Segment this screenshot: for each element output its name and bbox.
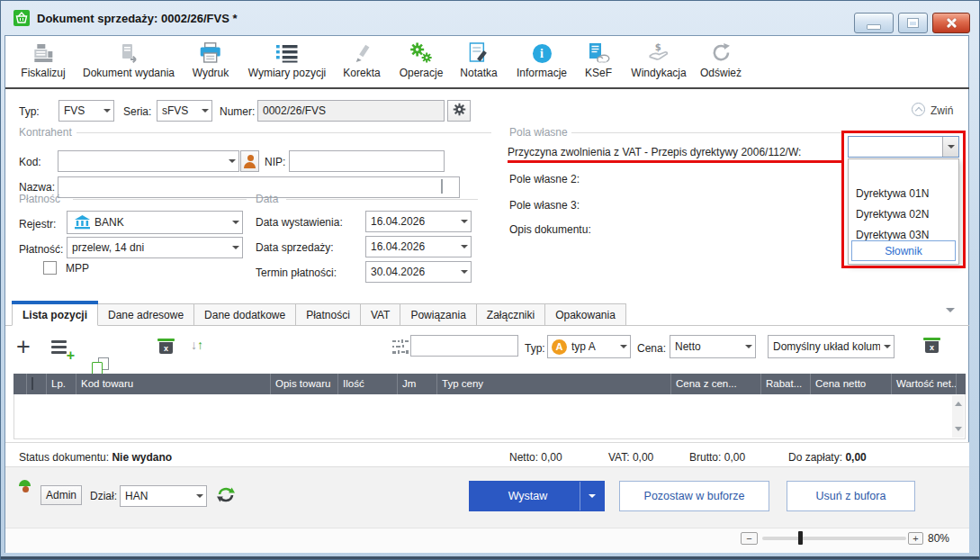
toolbar-wydruk[interactable]: Wydruk [193, 41, 229, 79]
data-wystawienia-select[interactable]: 16.04.2026 [365, 211, 472, 232]
usun-z-bufora-button[interactable]: Usuń z bufora [787, 481, 915, 511]
minimize-button[interactable] [854, 13, 894, 33]
column-cena-netto[interactable]: Cena netto [811, 374, 892, 394]
toolbar-notatka[interactable]: Notatka [460, 41, 497, 79]
scroll-down-icon[interactable] [955, 427, 962, 435]
zoom-slider-handle[interactable] [798, 531, 803, 545]
nip-field[interactable] [289, 150, 445, 172]
chevron-down-icon [229, 212, 242, 233]
add-row-button[interactable]: + [16, 336, 31, 357]
typ-select[interactable]: FVS [58, 100, 114, 122]
tab-platnosci[interactable]: Płatności [296, 303, 361, 326]
termin-platnosci-select[interactable]: 30.04.2026 [365, 261, 472, 283]
user-button[interactable]: Admin [40, 485, 82, 505]
wystaw-button[interactable]: Wystaw [469, 481, 605, 511]
table-scrollbar[interactable] [952, 395, 964, 438]
dzial-label: Dział: [90, 490, 117, 502]
delete-row-button[interactable]: x [159, 338, 173, 354]
column-layout-select[interactable]: Domyślny układ kolumn [768, 335, 895, 358]
numer-settings-button[interactable] [447, 100, 471, 122]
red-underline-annotation [508, 160, 844, 163]
barcode-icon [392, 339, 409, 358]
type-a-badge: A [552, 339, 567, 355]
mpp-checkbox[interactable] [43, 261, 57, 275]
document-cloud-icon [587, 41, 609, 63]
refresh-session-icon[interactable] [216, 485, 236, 507]
toolbar-dokument-wydania[interactable]: Dokument wydania [83, 41, 175, 79]
person-icon [244, 155, 256, 168]
vat-total: VAT: 0,00 [608, 451, 653, 464]
toolbar-informacje[interactable]: i Informacje [517, 41, 567, 79]
kontrahent-lookup-button[interactable] [240, 150, 259, 172]
zoom-out-button[interactable]: − [741, 532, 758, 545]
cash-register-icon [33, 41, 53, 63]
chevron-down-icon[interactable] [942, 137, 958, 157]
table-body[interactable] [13, 394, 966, 439]
delete-layout-button[interactable]: x [925, 337, 939, 353]
toolbar-ksef[interactable]: KSeF [585, 41, 612, 79]
checkbox-icon[interactable] [31, 377, 33, 390]
keyboard-icon[interactable] [441, 180, 443, 193]
chevron-down-icon [225, 151, 238, 171]
numer-field[interactable] [257, 100, 445, 122]
dropdown-option[interactable]: Dyrektywa 01N [849, 184, 958, 204]
bottom-status-bar [5, 528, 969, 553]
slownik-button[interactable]: Słownik [851, 240, 956, 261]
tab-dane-dodatkowe[interactable]: Dane dodatkowe [194, 303, 296, 326]
zoom-in-button[interactable]: + [908, 532, 923, 545]
kod-select[interactable] [58, 150, 239, 172]
pozostaw-w-buforze-button[interactable]: Pozostaw w buforze [619, 481, 769, 511]
column-jm[interactable]: Jm [398, 374, 437, 394]
tab-powiazania[interactable]: Powiązania [400, 303, 476, 326]
pozycja-typ-select[interactable]: A typ A [547, 335, 631, 358]
add-multiple-rows-button[interactable]: + [51, 340, 75, 358]
tab-vat[interactable]: VAT [361, 303, 401, 326]
close-button[interactable] [932, 13, 970, 33]
copy-row-button[interactable] [92, 357, 109, 375]
platnosc-select[interactable]: przelew, 14 dni [67, 237, 243, 258]
przyczyna-zwolnienia-select[interactable] [848, 136, 959, 158]
data-sprzedazy-select[interactable]: 16.04.2026 [365, 236, 472, 257]
pole-wlasne-3-label: Pole własne 3: [509, 199, 580, 212]
column-kod-towaru[interactable]: Kod towaru [76, 374, 271, 394]
seria-select[interactable]: sFVS [157, 100, 212, 122]
toolbar-odswiez[interactable]: Odśwież [700, 41, 742, 79]
tab-zalaczniki[interactable]: Załączniki [477, 303, 545, 326]
select-all-column[interactable] [27, 374, 47, 394]
toolbar-wymiary-pozycji[interactable]: Wymiary pozycji [248, 41, 327, 79]
column-rabat[interactable]: Rabat... [761, 374, 811, 394]
arrow-up-icon: ↑ [197, 338, 203, 352]
column-opis-towaru[interactable]: Opis towaru [271, 374, 338, 394]
rejestr-label: Rejestr: [19, 218, 56, 230]
maximize-button[interactable] [898, 13, 928, 33]
toolbar-fiskalizuj[interactable]: Fiskalizuj [21, 41, 65, 79]
dzial-select[interactable]: HAN [120, 485, 207, 507]
rejestr-select[interactable]: BANK [67, 211, 243, 234]
sort-rows-button[interactable]: ↓↑ [191, 336, 203, 354]
column-cena-z-cennika[interactable]: Cena z cen... [671, 374, 761, 394]
collapse-link[interactable]: Zwiń [931, 104, 953, 117]
przyczyna-dropdown-panel: Dyrektywa 01N Dyrektywa 02N Dyrektywa 03… [848, 158, 959, 265]
column-lp[interactable]: Lp. [47, 374, 76, 394]
document-out-icon [119, 41, 139, 63]
zoom-level-label: 80% [928, 532, 949, 545]
column-wartosc-netto[interactable]: Wartość net... [892, 374, 957, 394]
printer-icon [200, 41, 221, 63]
column-ilosc[interactable]: Ilość [338, 374, 398, 394]
dropdown-option[interactable]: Dyrektywa 02N [849, 204, 958, 225]
zoom-slider-track[interactable] [762, 537, 906, 540]
group-divider [286, 199, 478, 200]
toolbar-operacje[interactable]: Operacje [400, 41, 444, 79]
tab-dane-adresowe[interactable]: Dane adresowe [98, 303, 194, 326]
cena-select[interactable]: Netto [670, 335, 756, 358]
scroll-up-icon[interactable] [955, 398, 962, 406]
wystaw-dropdown-arrow[interactable] [580, 482, 604, 510]
toolbar-windykacja[interactable]: $ Windykacja [631, 41, 686, 79]
barcode-search-input[interactable] [410, 335, 518, 357]
gears-icon [409, 41, 432, 63]
tab-lista-pozycji[interactable]: Lista pozycji [12, 303, 98, 326]
tab-opakowania[interactable]: Opakowania [545, 303, 626, 326]
column-typ-ceny[interactable]: Typ ceny [437, 374, 671, 394]
toolbar-korekta[interactable]: Korekta [343, 41, 380, 79]
tabs-collapse-chevron-icon[interactable] [946, 308, 955, 317]
